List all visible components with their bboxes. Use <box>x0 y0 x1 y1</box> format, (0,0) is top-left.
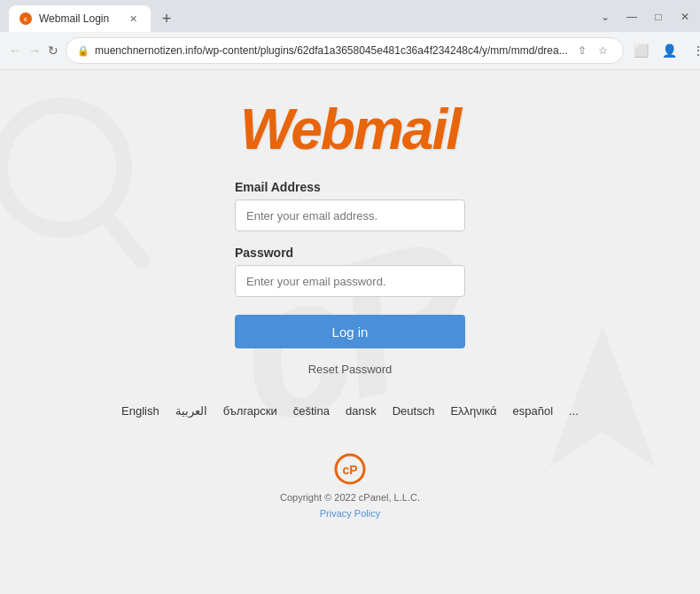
language-item[interactable]: English <box>121 404 159 418</box>
menu-icon[interactable]: ⋮ <box>688 40 700 61</box>
password-input[interactable] <box>235 265 465 297</box>
bookmark-icon[interactable]: ☆ <box>595 42 612 59</box>
forward-button[interactable]: → <box>28 40 41 61</box>
language-item[interactable]: العربية <box>175 404 207 418</box>
lock-icon: 🔒 <box>77 45 89 57</box>
url-bar[interactable]: 🔒 muenchnernotizen.info/wp-content/plugi… <box>66 37 624 64</box>
login-button-group: Log in <box>235 311 465 348</box>
language-item[interactable]: español <box>513 404 554 418</box>
svg-text:cP: cP <box>342 463 357 477</box>
minimize-button[interactable]: — <box>626 11 638 23</box>
tab-title: Webmail Login <box>39 12 109 25</box>
page-content: cP Webmail Email Address Password Log in <box>0 70 700 594</box>
reset-password-link[interactable]: Reset Password <box>308 363 393 376</box>
url-actions: ⇧ ☆ <box>573 42 612 59</box>
privacy-policy-link[interactable]: Privacy Policy <box>320 508 380 519</box>
new-tab-button[interactable]: + <box>154 6 179 31</box>
window-controls: ⌄ — □ ✕ <box>599 11 691 27</box>
password-field-group: Password <box>235 246 465 297</box>
profile-icon[interactable]: 👤 <box>659 40 681 61</box>
email-field-group: Email Address <box>235 180 465 231</box>
tab-close-button[interactable]: ✕ <box>126 12 140 26</box>
language-bar: EnglishالعربيةбългарскиčeštinadanskDeuts… <box>121 404 579 418</box>
maximize-button[interactable]: □ <box>652 11 665 23</box>
browser-chrome: c Webmail Login ✕ + ⌄ — □ ✕ ← → ↻ 🔒 muen… <box>0 0 700 70</box>
back-button[interactable]: ← <box>9 40 21 61</box>
tab-favicon: c <box>19 12 32 25</box>
language-item[interactable]: Ελληνικά <box>450 404 496 418</box>
email-input[interactable] <box>235 199 465 231</box>
reload-button[interactable]: ↻ <box>48 40 58 61</box>
browser-tab[interactable]: c Webmail Login ✕ <box>9 5 151 32</box>
cpanel-logo: cP <box>334 453 366 485</box>
close-button[interactable]: ✕ <box>679 11 691 23</box>
email-label: Email Address <box>235 180 465 194</box>
share-icon[interactable]: ⇧ <box>573 42 591 59</box>
chevron-down-icon[interactable]: ⌄ <box>599 11 611 23</box>
webmail-logo: Webmail <box>240 97 460 162</box>
language-item[interactable]: български <box>223 404 277 418</box>
language-item[interactable]: Deutsch <box>393 404 435 418</box>
toolbar-icons: ⬜ 👤 ⋮ <box>631 40 700 61</box>
address-bar: ← → ↻ 🔒 muenchnernotizen.info/wp-content… <box>0 32 700 69</box>
login-button[interactable]: Log in <box>235 315 465 348</box>
language-item[interactable]: ... <box>569 404 579 418</box>
password-label: Password <box>235 246 465 260</box>
footer: cP Copyright © 2022 cPanel, L.L.C. Priva… <box>280 453 420 521</box>
login-container: Webmail Email Address Password Log in Re… <box>0 97 700 376</box>
title-bar: c Webmail Login ✕ + ⌄ — □ ✕ <box>0 0 700 32</box>
language-item[interactable]: dansk <box>346 404 377 418</box>
svg-text:c: c <box>24 16 27 22</box>
extensions-icon[interactable]: ⬜ <box>631 40 652 61</box>
footer-copyright: Copyright © 2022 cPanel, L.L.C. Privacy … <box>280 490 420 521</box>
language-item[interactable]: čeština <box>293 404 330 418</box>
url-text: muenchnernotizen.info/wp-content/plugins… <box>95 44 568 57</box>
